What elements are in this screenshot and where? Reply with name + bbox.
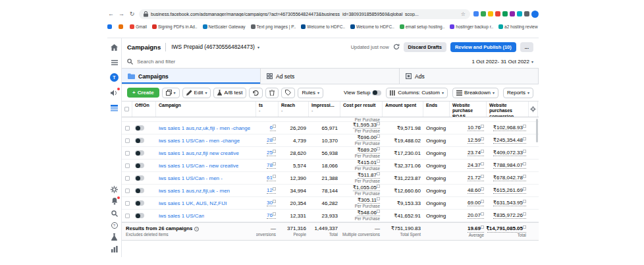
header-roas[interactable]: Website purchase ROAS (return... bbox=[450, 102, 487, 117]
row-checkbox[interactable] bbox=[125, 214, 130, 218]
bookmark-item[interactable]: email setup hosting.. bbox=[400, 24, 445, 29]
rules-button[interactable]: Rules ▾ bbox=[298, 88, 323, 98]
create-button[interactable]: + Create bbox=[127, 88, 159, 98]
bookmark-item[interactable]: Welcome to HDFC.. bbox=[301, 24, 345, 29]
purchases-value[interactable]: ₹835,972.26 bbox=[493, 212, 526, 219]
purchases-value[interactable]: ₹615,261.69 bbox=[493, 187, 526, 194]
extension-icon[interactable] bbox=[495, 11, 500, 16]
view-setup-toggle[interactable]: View Setup bbox=[344, 90, 381, 96]
delete-button[interactable] bbox=[265, 88, 279, 98]
header-campaign[interactable]: Campaign bbox=[156, 102, 256, 117]
tab-campaigns[interactable]: Campaigns bbox=[122, 69, 261, 84]
reports-chart-icon[interactable] bbox=[110, 245, 119, 253]
row-checkbox[interactable] bbox=[125, 201, 130, 206]
bookmark-item[interactable] bbox=[119, 24, 124, 29]
cost-per-result-value[interactable]: ₹696.00 bbox=[357, 134, 380, 141]
campaign-link[interactable]: iws sales 1 US/Can - men -change bbox=[159, 138, 240, 144]
extension-icon[interactable] bbox=[517, 11, 522, 16]
row-checkbox[interactable] bbox=[125, 163, 130, 168]
campaign-link[interactable]: iws sales 1 US/Can bbox=[159, 213, 204, 219]
discard-drafts-button[interactable]: Discard Drafts bbox=[404, 42, 446, 52]
bookmark-item[interactable]: Welcome to HDFC.. bbox=[350, 24, 394, 29]
purchases-value[interactable]: ₹631,543.95 bbox=[493, 200, 526, 206]
campaign-link[interactable]: iws sales 1 aus,nz,fiji new creative bbox=[159, 150, 239, 156]
campaign-link[interactable]: iws sales 1 aus,nz,uk,fiji - men -change bbox=[159, 125, 250, 131]
bookmark-item[interactable]: NetScaler Gateway bbox=[203, 24, 246, 29]
roas-value[interactable]: 10.76 bbox=[468, 125, 484, 131]
bookmark-item[interactable]: hostinger backup r.. bbox=[450, 24, 493, 29]
results-value[interactable]: 25 bbox=[267, 150, 276, 156]
business-avatar[interactable]: T bbox=[110, 73, 119, 82]
extension-icon[interactable] bbox=[488, 11, 493, 16]
extension-icon[interactable] bbox=[473, 11, 479, 16]
extension-icon[interactable] bbox=[481, 11, 486, 16]
header-purchases-value[interactable]: Website purchases conversion... bbox=[487, 102, 529, 117]
campaign-toggle[interactable] bbox=[135, 213, 144, 218]
results-value[interactable]: 78 bbox=[267, 162, 276, 169]
reload-icon[interactable]: ↻ bbox=[128, 11, 136, 17]
tab-ads[interactable]: Ads bbox=[400, 69, 539, 84]
results-value[interactable]: 61 bbox=[267, 175, 276, 181]
refresh-icon[interactable] bbox=[393, 44, 400, 50]
extension-icon[interactable] bbox=[524, 11, 529, 16]
campaign-link[interactable]: iws sales 1 US/Can - men - bbox=[159, 175, 223, 181]
campaigns-table-icon[interactable] bbox=[110, 103, 119, 112]
settings-gear-icon[interactable] bbox=[110, 185, 119, 194]
extension-icon[interactable] bbox=[510, 11, 515, 16]
header-impressions[interactable]: Impressi...- bbox=[309, 102, 340, 117]
ad-account-selector[interactable]: IWS Prepaid (467305564824473) ▾ bbox=[165, 43, 259, 51]
bookmark-item[interactable]: a2 hosting review bbox=[498, 24, 538, 29]
header-reach[interactable]: Reach- bbox=[279, 102, 309, 117]
bookmark-item[interactable]: Text png images | P.. bbox=[251, 24, 296, 29]
campaign-toggle[interactable] bbox=[135, 188, 144, 193]
purchases-value[interactable]: ₹788,984.07 bbox=[493, 162, 526, 169]
select-all-checkbox[interactable] bbox=[124, 107, 129, 111]
header-off-on[interactable]: Off/On bbox=[132, 102, 156, 117]
tab-ad-sets[interactable]: Ad sets bbox=[261, 69, 400, 84]
edit-button[interactable]: Edit ▾ bbox=[182, 88, 211, 98]
campaign-link[interactable]: iws sales 1 UK, AUS, NZ,FIJI bbox=[159, 200, 227, 206]
roas-value[interactable]: 12.59 bbox=[468, 137, 484, 144]
tag-button[interactable] bbox=[281, 88, 295, 98]
menu-icon[interactable] bbox=[110, 58, 119, 67]
roas-value[interactable]: 21.72 bbox=[468, 175, 484, 181]
back-icon[interactable]: ← bbox=[107, 11, 115, 17]
cost-per-result-value[interactable]: ₹1,055.05 bbox=[353, 185, 380, 191]
results-value[interactable]: 76 bbox=[267, 212, 276, 219]
campaign-toggle[interactable] bbox=[135, 163, 144, 168]
results-value[interactable]: 30 bbox=[267, 200, 276, 206]
roas-value[interactable]: 69.00 bbox=[468, 200, 484, 206]
duplicate-button[interactable]: ▾ bbox=[162, 88, 180, 98]
forward-icon[interactable]: → bbox=[118, 11, 125, 17]
roas-value[interactable]: 20.07 bbox=[468, 212, 484, 219]
campaign-link[interactable]: iws sales 1 US/Can - new creative bbox=[159, 163, 238, 169]
table-row[interactable]: iws sales 1 US/Can - men -change 28 4,73… bbox=[122, 134, 539, 147]
url-bar[interactable]: business.facebook.com/adsmanager/manage/… bbox=[139, 9, 470, 19]
purchases-value[interactable]: ₹409,072.33 bbox=[493, 150, 526, 156]
cost-per-result-value[interactable]: ₹415.01 bbox=[357, 160, 380, 166]
date-range-picker[interactable]: 1 Oct 2022- 31 Oct 2022 ▾ bbox=[471, 59, 533, 65]
row-checkbox[interactable] bbox=[125, 126, 130, 131]
ab-test-button[interactable]: A/B test bbox=[213, 88, 246, 98]
campaign-toggle[interactable] bbox=[135, 125, 144, 131]
table-row[interactable]: iws sales 1 US/Can - new creative 78 5,5… bbox=[122, 160, 539, 172]
breakdown-button[interactable]: Breakdown ▾ bbox=[452, 88, 498, 98]
results-value[interactable]: 12 bbox=[267, 187, 276, 194]
purchases-value[interactable]: ₹245,354.48 bbox=[493, 137, 526, 144]
table-row[interactable]: iws sales 1 aus,nz,uk,fiji - men -change… bbox=[122, 122, 539, 134]
campaign-toggle[interactable] bbox=[135, 175, 144, 181]
header-amount-spent[interactable]: Amount spent bbox=[383, 102, 423, 117]
results-value[interactable]: 6 bbox=[270, 125, 276, 131]
extension-icon[interactable] bbox=[502, 11, 508, 16]
table-row[interactable]: iws sales 1 aus,nz,fiji,uk - men 12 34,9… bbox=[122, 185, 539, 197]
columns-button[interactable]: Columns: Custom ▾ bbox=[386, 88, 448, 98]
bookmark-star-icon[interactable]: ☆ bbox=[461, 11, 466, 17]
row-checkbox[interactable] bbox=[125, 151, 130, 156]
cost-per-result-value[interactable]: ₹548.06 bbox=[357, 210, 380, 216]
experiments-flask-icon[interactable] bbox=[110, 233, 119, 241]
campaign-toggle[interactable] bbox=[135, 150, 144, 156]
table-row[interactable]: iws sales 1 US/Can - men - 61 12,390 21,… bbox=[122, 172, 539, 185]
header-ends[interactable]: Ends bbox=[423, 102, 450, 117]
table-scrollbar[interactable] bbox=[536, 119, 538, 142]
toggle-switch[interactable] bbox=[372, 90, 381, 96]
